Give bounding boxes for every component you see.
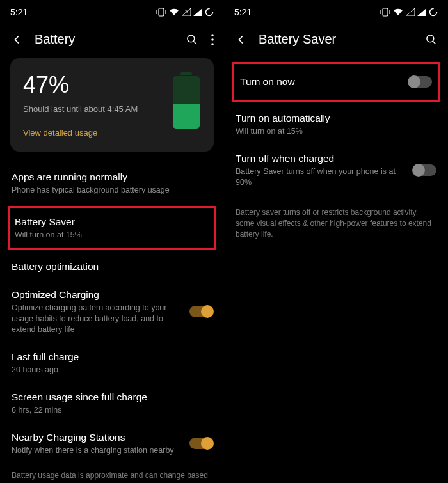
svg-rect-0: [159, 8, 164, 16]
svg-point-5: [211, 38, 214, 41]
turn-on-now-toggle[interactable]: [409, 76, 432, 88]
page-title: Battery: [35, 32, 174, 47]
vibrate-icon: [156, 8, 166, 17]
screen-usage-sub: 6 hrs, 22 mins: [12, 405, 212, 416]
signal2-icon: [193, 8, 202, 16]
wifi-icon: [169, 8, 179, 16]
battery-saver-sub: Will turn on at 15%: [15, 230, 209, 241]
status-time: 5:21: [10, 7, 28, 17]
status-bar: 5:21 x: [0, 0, 224, 19]
vibrate-icon: [380, 8, 390, 17]
svg-point-3: [188, 35, 195, 42]
back-icon[interactable]: [234, 33, 247, 46]
turn-on-auto-title: Turn on automatically: [236, 112, 436, 125]
turn-off-charged-item[interactable]: Turn off when charged Battery Saver turn…: [224, 145, 448, 196]
wifi-icon: [393, 8, 403, 16]
screen-usage-title: Screen usage since full charge: [12, 391, 212, 404]
turn-on-now-title: Turn on now: [240, 75, 403, 88]
battery-saver-item[interactable]: Battery Saver Will turn on at 15%: [13, 213, 211, 243]
nearby-charging-title: Nearby Charging Stations: [12, 431, 183, 444]
signal2-icon: [417, 8, 426, 16]
svg-point-4: [211, 34, 214, 36]
turn-off-charged-title: Turn off when charged: [236, 152, 407, 165]
status-bar: 5:21: [224, 0, 448, 19]
turn-on-now-item[interactable]: Turn on now: [237, 69, 435, 95]
battery-icon: [173, 72, 200, 129]
battery-optimization-item[interactable]: Battery optimization: [0, 253, 224, 281]
turn-on-auto-item[interactable]: Turn on automatically Will turn on at 15…: [224, 104, 448, 145]
optimized-charging-item[interactable]: Optimized Charging Optimize charging pat…: [0, 281, 224, 343]
battery-saver-highlight: Battery Saver Will turn on at 15%: [8, 206, 216, 250]
signal-icon: x: [182, 8, 191, 16]
svg-point-2: [206, 9, 213, 16]
view-detailed-usage-link[interactable]: View detailed usage: [23, 128, 201, 138]
optimized-charging-title: Optimized Charging: [12, 289, 183, 301]
turn-off-charged-toggle[interactable]: [413, 164, 436, 176]
status-icons: x: [156, 8, 214, 17]
page-title: Battery Saver: [259, 32, 413, 47]
nearby-charging-item[interactable]: Nearby Charging Stations Notify when the…: [0, 424, 224, 464]
progress-icon: [429, 8, 438, 17]
battery-saver-screen: 5:21 Battery Saver Turn on now Turn on: [224, 0, 448, 483]
nearby-charging-toggle[interactable]: [189, 438, 212, 449]
last-full-charge-sub: 20 hours ago: [12, 365, 212, 376]
optimized-charging-sub: Optimize charging pattern according to y…: [12, 303, 183, 335]
svg-rect-7: [383, 8, 388, 16]
battery-optimization-title: Battery optimization: [12, 260, 212, 273]
svg-point-8: [430, 9, 437, 16]
header: Battery: [0, 19, 224, 58]
battery-footnote: Battery usage data is approximate and ca…: [0, 464, 224, 483]
more-icon[interactable]: [211, 34, 214, 45]
back-icon[interactable]: [10, 33, 23, 46]
status-time: 5:21: [234, 7, 252, 17]
search-icon[interactable]: [425, 33, 438, 46]
last-full-charge-item[interactable]: Last full charge 20 hours ago: [0, 343, 224, 383]
status-icons: [380, 8, 438, 17]
svg-text:x: x: [185, 9, 188, 13]
header: Battery Saver: [224, 19, 448, 58]
turn-on-auto-sub: Will turn on at 15%: [236, 126, 436, 137]
apps-running-item[interactable]: Apps are running normally Phone has typi…: [0, 163, 224, 203]
search-icon[interactable]: [186, 33, 198, 46]
svg-point-9: [427, 35, 434, 42]
battery-card[interactable]: 47% Should last until about 4:45 AM View…: [10, 58, 214, 152]
nearby-charging-sub: Notify when there is a charging station …: [12, 445, 183, 456]
saver-footnote: Battery saver turns off or restricts bac…: [224, 201, 448, 246]
screen-usage-item[interactable]: Screen usage since full charge 6 hrs, 22…: [0, 383, 224, 424]
progress-icon: [205, 8, 214, 17]
battery-saver-title: Battery Saver: [15, 216, 209, 228]
apps-running-title: Apps are running normally: [12, 171, 212, 184]
optimized-charging-toggle[interactable]: [189, 306, 212, 317]
apps-running-sub: Phone has typical background battery usa…: [12, 185, 212, 196]
turn-on-now-highlight: Turn on now: [232, 62, 440, 102]
turn-off-charged-sub: Battery Saver turns off when your phone …: [236, 166, 407, 188]
battery-screen: 5:21 x Battery 47% Should last until abo…: [0, 0, 224, 483]
last-full-charge-title: Last full charge: [12, 351, 212, 363]
signal-icon: [406, 8, 415, 16]
svg-point-6: [211, 43, 214, 45]
